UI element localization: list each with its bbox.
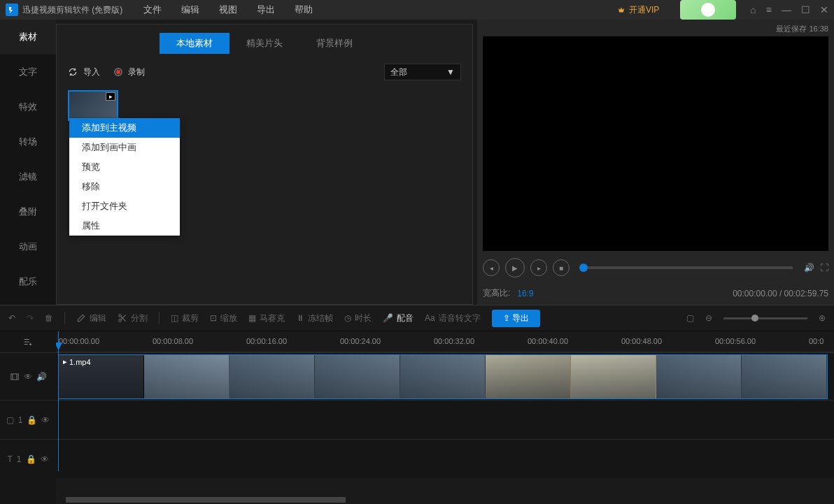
mosaic-icon: ▦ <box>248 313 256 323</box>
record-icon <box>114 68 122 76</box>
edit-button[interactable]: 编辑 <box>76 312 106 324</box>
stt-button[interactable]: Aa语音转文字 <box>425 312 481 324</box>
refresh-icon <box>68 67 78 77</box>
context-menu: 添加到主视频 添加到画中画 预览 移除 打开文件夹 属性 <box>69 118 180 236</box>
redo-button[interactable]: ↷ <box>27 313 34 323</box>
media-thumbnail[interactable] <box>68 90 118 121</box>
menu-open-folder[interactable]: 打开文件夹 <box>69 196 180 216</box>
video-preview[interactable] <box>483 36 828 251</box>
menu-preview[interactable]: 预览 <box>69 157 180 177</box>
zoom-slider[interactable] <box>723 317 807 319</box>
material-toolbar: 导入 录制 全部 ▼ <box>57 54 472 90</box>
menu-add-pip[interactable]: 添加到画中画 <box>69 138 180 157</box>
stop-button[interactable]: ■ <box>553 259 570 276</box>
clip-icon: ▸ <box>63 357 67 366</box>
sidebar-item-music[interactable]: 配乐 <box>0 264 56 299</box>
ruler-tick: 00:00:24.00 <box>340 337 381 345</box>
menu-export[interactable]: 导出 <box>257 3 275 16</box>
tab-intro[interactable]: 精美片头 <box>229 33 299 54</box>
ratio-value[interactable]: 16:9 <box>517 289 533 298</box>
delete-button[interactable]: 🗑 <box>45 313 53 323</box>
sidebar-item-text[interactable]: 文字 <box>0 55 56 89</box>
playhead[interactable] <box>58 331 59 471</box>
avatar[interactable] <box>680 0 736 20</box>
next-frame-button[interactable]: ▸ <box>530 259 547 276</box>
timeline-tracks[interactable]: 00:00:00.00 00:00:08.00 00:00:16.00 00:0… <box>56 331 834 504</box>
timeline: 👁 🔊 ▢ 1 🔒 👁 T 1 🔒 👁 00:00:00.00 00:00:08… <box>0 331 834 504</box>
app-title: 迅捷视频剪辑软件 (免费版) <box>22 4 122 16</box>
menu-icon[interactable]: ≡ <box>766 4 772 15</box>
export-button[interactable]: ⇪ 导出 <box>492 310 540 327</box>
mosaic-button[interactable]: ▦马赛克 <box>248 312 285 324</box>
split-button[interactable]: 分割 <box>118 312 148 324</box>
media-grid: 添加到主视频 添加到画中画 预览 移除 打开文件夹 属性 <box>57 90 472 121</box>
text-icon: T <box>7 454 12 464</box>
record-button[interactable]: 录制 <box>114 66 145 78</box>
menu-edit[interactable]: 编辑 <box>181 3 199 16</box>
eye-icon[interactable]: 👁 <box>41 454 49 464</box>
tab-local[interactable]: 本地素材 <box>160 33 229 54</box>
filter-select[interactable]: 全部 ▼ <box>384 64 461 80</box>
ruler-tick: 00:00:40.00 <box>528 337 568 345</box>
ruler-tick: 00:00:08.00 <box>153 337 193 345</box>
freeze-button[interactable]: ⏸冻结帧 <box>296 312 333 324</box>
tab-bg[interactable]: 背景样例 <box>299 33 369 54</box>
vip-button[interactable]: 开通VIP <box>616 4 659 16</box>
sidebar-item-filter[interactable]: 滤镜 <box>0 159 56 194</box>
eye-icon[interactable]: 👁 <box>41 415 50 425</box>
zoom-out-icon[interactable]: ⊖ <box>705 313 712 323</box>
video-track[interactable]: ▸1.mp4 <box>56 352 834 400</box>
menu-file[interactable]: 文件 <box>143 3 162 16</box>
menu-add-main[interactable]: 添加到主视频 <box>69 118 180 138</box>
close-icon[interactable]: ✕ <box>820 4 828 15</box>
prev-frame-button[interactable]: ◂ <box>483 259 500 276</box>
last-save-time: 最近保存 16:38 <box>483 24 828 36</box>
overlay-track[interactable] <box>56 400 834 439</box>
minimize-icon[interactable]: — <box>782 4 791 15</box>
crop-button[interactable]: ◫裁剪 <box>171 312 199 324</box>
snapshot-icon[interactable]: ▢ <box>686 313 694 323</box>
add-track-button[interactable] <box>0 331 56 352</box>
ruler-tick: 00:00:16.00 <box>246 337 287 345</box>
zoom-button[interactable]: ⊡缩放 <box>210 312 237 324</box>
fullscreen-icon[interactable]: ⛶ <box>820 263 828 273</box>
duration-button[interactable]: ◷时长 <box>344 312 372 324</box>
horizontal-scrollbar[interactable] <box>66 497 346 503</box>
zoom-in-icon[interactable]: ⊕ <box>819 313 826 323</box>
undo-button[interactable]: ↶ <box>8 313 15 323</box>
video-track-head[interactable]: 👁 🔊 <box>0 352 56 400</box>
time-ruler[interactable]: 00:00:00.00 00:00:08.00 00:00:16.00 00:0… <box>56 331 834 352</box>
overlay-track-head[interactable]: ▢ 1 🔒 👁 <box>0 400 56 439</box>
lock-icon[interactable]: 🔒 <box>26 454 36 464</box>
ruler-tick: 00:00:48.00 <box>621 337 662 345</box>
play-button[interactable]: ▶ <box>505 258 525 278</box>
preview-info: 宽高比: 16:9 00:00:00.00 / 00:02:59.75 <box>483 287 828 299</box>
volume-icon[interactable]: 🔊 <box>36 372 47 382</box>
progress-bar[interactable] <box>581 266 793 269</box>
ruler-tick: 00:00:32.00 <box>434 337 474 345</box>
maximize-icon[interactable]: ☐ <box>801 4 810 15</box>
video-clip[interactable]: ▸1.mp4 <box>58 354 828 399</box>
eye-icon[interactable]: 👁 <box>24 372 32 382</box>
sidebar-item-transition[interactable]: 转场 <box>0 124 56 159</box>
menu-help[interactable]: 帮助 <box>295 3 313 16</box>
menu-view[interactable]: 视图 <box>219 3 237 16</box>
dub-button[interactable]: 🎤配音 <box>383 312 414 324</box>
sidebar-item-effects[interactable]: 特效 <box>0 89 56 124</box>
text-track[interactable] <box>56 439 834 478</box>
home-icon[interactable]: ⌂ <box>750 4 756 15</box>
sidebar-item-animation[interactable]: 动画 <box>0 229 56 264</box>
playback-controls: ◂ ▶ ▸ ■ 🔊 ⛶ <box>483 258 828 278</box>
import-button[interactable]: 导入 <box>68 66 100 78</box>
svg-point-1 <box>119 319 122 322</box>
material-panel: 本地素材 精美片头 背景样例 导入 录制 全部 ▼ 添加到主视频 添加到画中画 <box>56 24 473 305</box>
volume-icon[interactable]: 🔊 <box>804 263 814 273</box>
lock-icon[interactable]: 🔒 <box>27 415 37 425</box>
edit-icon <box>76 313 86 323</box>
export-icon: ⇪ <box>503 313 510 323</box>
text-track-head[interactable]: T 1 🔒 👁 <box>0 439 56 478</box>
menu-remove[interactable]: 移除 <box>69 177 180 196</box>
menu-properties[interactable]: 属性 <box>69 216 180 236</box>
sidebar-item-material[interactable]: 素材 <box>0 20 56 55</box>
sidebar-item-overlay[interactable]: 叠附 <box>0 194 56 229</box>
